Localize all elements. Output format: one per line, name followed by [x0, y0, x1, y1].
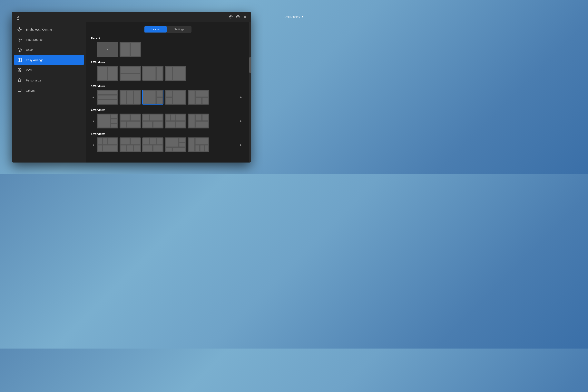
section-title-3windows: 3 Windows: [91, 84, 243, 88]
layout-thumb-3row[interactable]: [97, 90, 118, 104]
svg-rect-61: [189, 91, 195, 104]
sidebar-item-input[interactable]: Input Source: [12, 34, 86, 45]
layout-row-recent: ×: [91, 42, 243, 57]
layout-thumb-no-layout[interactable]: ×: [97, 42, 118, 57]
layout-thumb-4c[interactable]: [142, 114, 163, 128]
right-panel: Layout Settings Recent ×: [86, 22, 249, 162]
svg-rect-63: [196, 98, 201, 104]
layout-thumb-4e[interactable]: [188, 114, 209, 128]
section-5windows: 5 Windows ◀: [91, 132, 243, 152]
layout-thumb-5a[interactable]: [97, 138, 118, 152]
svg-rect-100: [121, 146, 126, 151]
nav-arrow-3windows-left[interactable]: ◀: [91, 95, 95, 99]
svg-rect-114: [173, 148, 185, 151]
layout-row-inner-3windows: [97, 90, 237, 104]
sidebar-label-kvm: KVM: [26, 68, 32, 72]
svg-point-17: [19, 49, 20, 50]
layout-thumb-2row[interactable]: [120, 66, 141, 81]
personalize-icon: [17, 78, 22, 83]
layout-thumb-4d[interactable]: [165, 114, 186, 128]
svg-rect-55: [157, 98, 162, 104]
layout-row-inner-recent: ×: [97, 42, 237, 57]
svg-rect-72: [131, 114, 140, 120]
nav-arrow-3windows-right[interactable]: ▶: [239, 95, 243, 99]
sidebar-item-personalize[interactable]: Personalize: [12, 75, 86, 85]
scrollbar-track[interactable]: [249, 22, 251, 162]
svg-rect-98: [121, 138, 130, 144]
sidebar-label-input: Input Source: [26, 38, 43, 41]
svg-rect-47: [98, 100, 117, 104]
svg-rect-39: [143, 67, 156, 80]
nav-arrow-5windows-left[interactable]: ◀: [91, 143, 95, 147]
svg-rect-82: [171, 114, 175, 120]
svg-rect-18: [18, 58, 20, 60]
svg-rect-69: [111, 124, 117, 128]
close-button[interactable]: [242, 14, 248, 20]
svg-rect-116: [189, 138, 194, 151]
sidebar-label-brightness: Brightness / Contrast: [26, 28, 53, 31]
section-4windows: 4 Windows ◀: [91, 108, 243, 128]
section-title-5windows: 5 Windows: [91, 132, 243, 136]
sidebar-item-color[interactable]: Color: [12, 45, 86, 55]
layout-thumb-5e[interactable]: [188, 138, 209, 152]
nav-arrow-5windows-right[interactable]: ▶: [239, 143, 243, 147]
layout-thumb-4a[interactable]: [97, 114, 118, 128]
svg-rect-110: [166, 138, 178, 147]
section-title-2windows: 2 Windows: [91, 61, 243, 64]
layout-thumb-3-2left-1right[interactable]: [165, 90, 186, 104]
svg-rect-104: [143, 138, 149, 144]
svg-rect-31: [131, 43, 140, 56]
svg-rect-49: [121, 91, 126, 104]
settings-button[interactable]: [228, 14, 234, 20]
nav-arrow-4windows-right[interactable]: ▶: [239, 119, 243, 123]
svg-rect-40: [157, 67, 162, 80]
main-content: Brightness / Contrast Input Source: [12, 22, 251, 162]
svg-rect-78: [143, 122, 152, 128]
layout-thumb-recent-2col[interactable]: [120, 42, 141, 57]
svg-rect-73: [121, 122, 126, 128]
layout-thumb-3col[interactable]: [120, 90, 141, 104]
svg-point-5: [19, 28, 20, 30]
svg-rect-22: [18, 68, 20, 70]
sidebar-item-kvm[interactable]: KVM: [12, 65, 86, 75]
svg-rect-113: [166, 148, 172, 151]
color-icon: [17, 48, 22, 52]
input-icon: [17, 37, 22, 42]
svg-rect-57: [166, 91, 172, 96]
scrollbar-thumb[interactable]: [249, 57, 251, 73]
svg-rect-54: [157, 91, 162, 96]
layout-thumb-4b[interactable]: [120, 114, 141, 128]
nav-arrow-4windows-left[interactable]: ◀: [91, 119, 95, 123]
svg-rect-120: [205, 146, 208, 151]
svg-rect-107: [143, 146, 152, 151]
layout-thumb-5d[interactable]: [165, 138, 186, 152]
sidebar-item-easy-arrange[interactable]: Easy Arrange: [14, 55, 84, 65]
svg-rect-76: [143, 114, 149, 120]
section-title-4windows: 4 Windows: [91, 108, 243, 112]
svg-rect-119: [200, 146, 204, 151]
svg-rect-42: [166, 67, 172, 80]
layout-thumb-5b[interactable]: [120, 138, 141, 152]
layout-thumb-5c[interactable]: [142, 138, 163, 152]
svg-rect-19: [20, 58, 21, 60]
help-button[interactable]: [235, 14, 241, 20]
layout-thumb-3-selected[interactable]: [142, 90, 163, 104]
svg-rect-43: [173, 67, 185, 80]
tab-settings[interactable]: Settings: [167, 26, 191, 32]
layout-thumb-3-other[interactable]: [188, 90, 209, 104]
svg-rect-59: [173, 91, 185, 104]
sidebar-item-others[interactable]: Others: [12, 85, 86, 96]
layout-thumb-2col-wide-left[interactable]: [142, 66, 163, 81]
app-window: Dell Display ▼: [12, 12, 251, 162]
svg-rect-88: [196, 114, 201, 120]
no-layout-x: ×: [106, 47, 109, 52]
layout-thumb-2col[interactable]: [97, 66, 118, 81]
svg-rect-45: [98, 91, 117, 94]
tab-switcher: Layout Settings: [144, 26, 192, 33]
tab-layout[interactable]: Layout: [144, 26, 167, 32]
sidebar-label-others: Others: [26, 89, 35, 92]
layout-thumb-2col-wide-right[interactable]: [165, 66, 186, 81]
svg-rect-53: [143, 91, 156, 104]
sidebar-item-brightness[interactable]: Brightness / Contrast: [12, 24, 86, 34]
svg-rect-46: [98, 95, 117, 99]
